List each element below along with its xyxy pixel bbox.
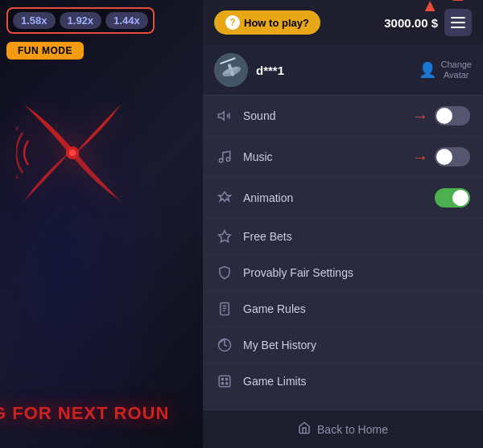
how-to-play-button[interactable]: ? How to play? <box>214 10 320 35</box>
provably-fair-icon <box>216 265 233 280</box>
balance-arrow: ▲ <box>421 0 439 14</box>
svg-point-27 <box>219 158 223 162</box>
svg-marker-12 <box>71 287 132 347</box>
user-row: d***1 👤 ChangeAvatar <box>203 45 483 96</box>
sound-label: Sound <box>243 109 412 122</box>
music-toggle-knob <box>436 149 452 165</box>
user-info: d***1 <box>214 53 284 87</box>
animation-label: Animation <box>243 191 435 204</box>
svg-marker-13 <box>10 347 71 408</box>
hamburger-line-1 <box>451 17 465 18</box>
music-label: Music <box>243 150 412 163</box>
svg-marker-10 <box>154 243 173 261</box>
menu-item-animation[interactable]: Animation <box>203 178 483 219</box>
avatar[interactable] <box>214 53 248 87</box>
svg-point-37 <box>226 378 228 380</box>
svg-rect-35 <box>219 376 230 387</box>
game-rules-icon <box>216 302 233 316</box>
svg-point-38 <box>221 383 223 384</box>
svg-point-28 <box>226 158 230 162</box>
bet-history-icon <box>216 338 233 352</box>
header-right: 3000.00 $ ▲ ▲ <box>384 9 472 36</box>
menu-arrow: ▲ <box>449 0 467 4</box>
avatar-icon: 👤 <box>419 61 436 79</box>
sound-icon <box>216 109 233 123</box>
music-icon <box>216 150 233 164</box>
home-icon <box>298 421 311 437</box>
svg-point-18 <box>69 150 76 156</box>
bet-history-label: My Bet History <box>243 339 470 351</box>
sound-arrow: → <box>412 107 428 125</box>
provably-fair-label: Provably Fair Settings <box>243 266 470 279</box>
game-rules-label: Game Rules <box>243 302 470 315</box>
music-arrow: → <box>412 148 428 166</box>
menu-item-music[interactable]: Music → <box>203 137 483 178</box>
svg-marker-7 <box>30 243 49 261</box>
svg-point-36 <box>221 378 223 380</box>
svg-marker-29 <box>219 231 231 242</box>
back-to-home-button[interactable]: Back to Home <box>203 409 483 448</box>
multiplier-1[interactable]: 1.58x <box>13 12 56 29</box>
svg-marker-8 <box>68 243 88 261</box>
animation-icon <box>216 191 233 205</box>
svg-marker-16 <box>117 347 147 377</box>
menu-item-game-rules[interactable]: Game Rules <box>203 291 483 327</box>
hamburger-line-2 <box>451 22 465 23</box>
multiplier-container: 1.58x 1.92x 1.44x <box>6 7 155 34</box>
bottom-scroll-text: G FOR NEXT ROUN <box>0 403 203 424</box>
multiplier-3[interactable]: 1.44x <box>105 12 148 29</box>
sound-toggle[interactable] <box>435 106 470 125</box>
menu-header: ? How to play? 3000.00 $ ▲ ▲ <box>203 0 483 45</box>
username: d***1 <box>256 64 284 77</box>
menu-item-bet-history[interactable]: My Bet History <box>203 327 483 364</box>
game-limits-label: Game Limits <box>243 375 470 388</box>
back-to-home-label: Back to Home <box>317 423 388 436</box>
propeller-area <box>16 97 145 225</box>
animation-toggle[interactable] <box>435 188 470 208</box>
hamburger-menu-button[interactable]: ▲ <box>444 9 472 36</box>
svg-marker-14 <box>132 347 193 408</box>
svg-point-39 <box>226 383 228 384</box>
animation-toggle-knob <box>452 190 469 206</box>
menu-items-list: Sound → Music → <box>203 96 483 409</box>
menu-item-provably-fair[interactable]: Provably Fair Settings <box>203 255 483 291</box>
free-bets-label: Free Bets <box>243 230 470 243</box>
music-toggle[interactable] <box>435 147 470 166</box>
menu-panel: ? How to play? 3000.00 $ ▲ ▲ <box>203 0 483 448</box>
propeller-icon <box>16 97 129 209</box>
svg-marker-9 <box>115 243 134 261</box>
svg-marker-24 <box>219 112 225 121</box>
question-icon: ? <box>225 15 240 30</box>
hamburger-line-3 <box>451 27 465 28</box>
how-to-play-label: How to play? <box>244 17 309 29</box>
menu-item-game-limits[interactable]: Game Limits <box>203 364 483 399</box>
svg-marker-15 <box>56 347 86 377</box>
fun-mode-button[interactable]: FUN MODE <box>6 42 84 60</box>
game-panel: 1.58x 1.92x 1.44x FUN MODE <box>0 0 203 448</box>
top-bar: 1.58x 1.92x 1.44x <box>0 0 203 40</box>
game-limits-icon <box>216 374 233 388</box>
menu-item-sound[interactable]: Sound → <box>203 96 483 137</box>
avatar-image <box>214 53 248 87</box>
sound-toggle-knob <box>436 108 452 124</box>
free-bets-icon <box>216 229 233 244</box>
change-avatar-button[interactable]: 👤 ChangeAvatar <box>419 60 472 80</box>
change-avatar-label: ChangeAvatar <box>440 60 472 80</box>
menu-item-free-bets[interactable]: Free Bets <box>203 219 483 255</box>
multiplier-2[interactable]: 1.92x <box>60 12 102 29</box>
balance-display: 3000.00 $ <box>384 16 438 30</box>
